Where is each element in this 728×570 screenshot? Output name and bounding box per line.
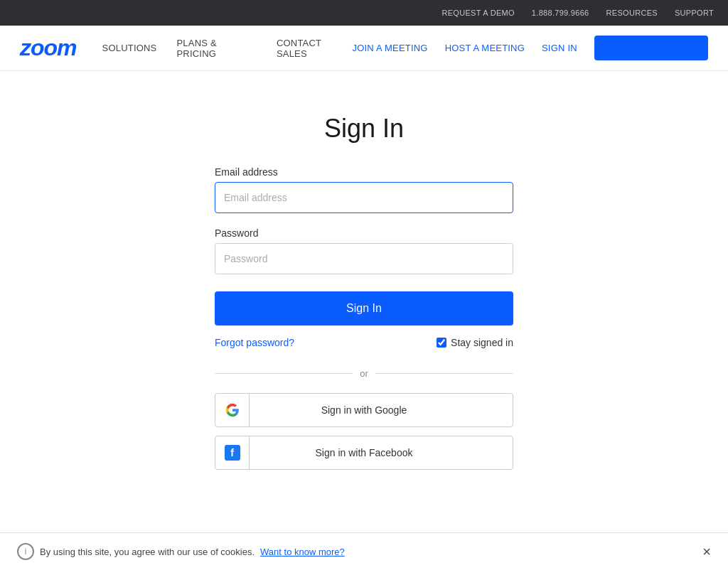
support-link[interactable]: SUPPORT [675, 9, 714, 17]
resources-link[interactable]: RESOURCES [606, 9, 658, 17]
email-label: Email address [215, 166, 513, 178]
solutions-link[interactable]: SOLUTIONS [102, 43, 157, 53]
password-input[interactable] [215, 243, 513, 274]
facebook-signin-text: Sign in with Facebook [250, 447, 513, 458]
page-title: Sign In [324, 114, 404, 144]
or-divider: or [215, 368, 513, 379]
main-nav: zoom SOLUTIONS PLANS & PRICING CONTACT S… [0, 26, 728, 71]
signin-nav-link[interactable]: SIGN IN [542, 43, 577, 53]
signup-button[interactable]: SIGN UP, IT'S FREE [594, 36, 708, 60]
google-icon [225, 403, 240, 417]
plans-link[interactable]: PLANS & PRICING [176, 38, 256, 59]
zoom-logo[interactable]: zoom [20, 35, 77, 61]
or-text: or [360, 368, 368, 379]
join-meeting-link[interactable]: JOIN A MEETING [353, 43, 428, 53]
top-bar: REQUEST A DEMO 1.888.799.9666 RESOURCES … [0, 0, 728, 26]
divider-line-left [215, 373, 353, 374]
facebook-icon-box: f [215, 436, 250, 470]
signin-button[interactable]: Sign In [215, 291, 513, 326]
password-label: Password [215, 227, 513, 239]
google-signin-text: Sign in with Google [250, 404, 513, 416]
stay-signed-label[interactable]: Stay signed in [437, 337, 513, 348]
divider-line-right [375, 373, 513, 374]
form-footer: Forgot password? Stay signed in [215, 337, 513, 348]
request-demo-link[interactable]: REQUEST A DEMO [441, 9, 514, 17]
nav-actions: JOIN A MEETING HOST A MEETING SIGN IN SI… [353, 36, 708, 60]
signin-form: Email address Password Sign In Forgot pa… [215, 166, 513, 478]
phone-link[interactable]: 1.888.799.9666 [532, 9, 589, 17]
email-group: Email address [215, 166, 513, 213]
google-signin-button[interactable]: Sign in with Google [215, 393, 513, 427]
google-icon-box [215, 393, 250, 427]
main-content: Sign In Email address Password Sign In F… [0, 71, 728, 507]
contact-sales-link[interactable]: CONTACT SALES [277, 38, 353, 59]
facebook-signin-button[interactable]: f Sign in with Facebook [215, 436, 513, 470]
password-group: Password [215, 227, 513, 274]
stay-signed-checkbox[interactable] [437, 338, 446, 348]
facebook-icon: f [225, 445, 240, 461]
forgot-password-link[interactable]: Forgot password? [215, 337, 294, 348]
nav-links: SOLUTIONS PLANS & PRICING CONTACT SALES [102, 38, 353, 59]
email-input[interactable] [215, 182, 513, 213]
host-meeting-link[interactable]: HOST A MEETING [445, 43, 525, 53]
